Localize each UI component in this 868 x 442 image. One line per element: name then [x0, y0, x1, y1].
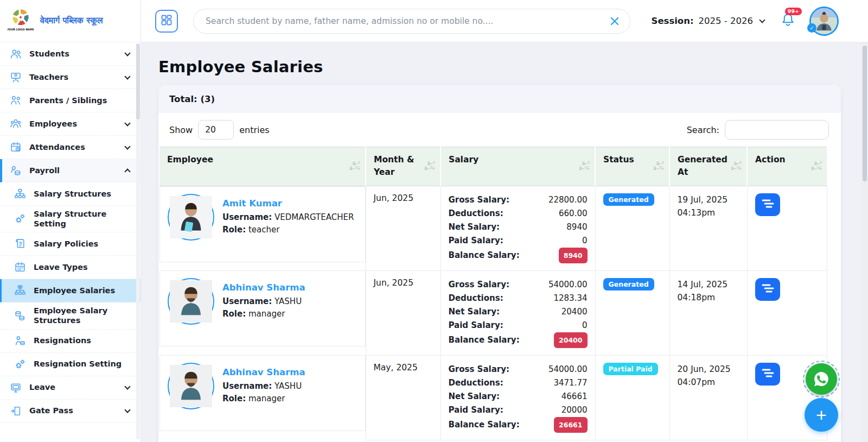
table-row: Amit Kumar Username: VEDMARGTEACHER Role… — [159, 186, 827, 270]
paid-value: 20000 — [561, 403, 588, 417]
sidebar-item-label: Employee Salary Structures — [34, 306, 130, 325]
sort-icon: â–²â–¼ — [424, 161, 435, 171]
sidebar-item-label: Resignations — [34, 336, 91, 345]
username-value: YASHU — [275, 381, 302, 391]
role-label: Role: — [222, 309, 246, 319]
page-scrollbar[interactable] — [861, 42, 868, 442]
username-value: YASHU — [275, 296, 302, 306]
entries-label: entries — [239, 125, 269, 135]
entries-input[interactable] — [198, 120, 234, 140]
sidebar-item-salary-policies[interactable]: Salary Policies — [0, 232, 141, 256]
sidebar-item-label: Salary Structures — [34, 189, 111, 199]
column-header-generated-at[interactable]: Generated Atâ–²â–¼ — [669, 147, 747, 186]
sidebar-item-label: Parents / Siblings — [29, 96, 107, 105]
attendances-icon — [10, 141, 22, 153]
sidebar-item-resignation-setting[interactable]: Resignation Setting — [0, 353, 141, 376]
payroll-icon — [10, 165, 22, 176]
add-button[interactable]: + — [805, 398, 838, 432]
sidebar-item-payroll[interactable]: Payroll — [0, 159, 141, 182]
column-header-salary[interactable]: Salaryâ–²â–¼ — [441, 147, 595, 186]
whatsapp-icon — [806, 363, 837, 395]
role-value: manager — [248, 309, 285, 319]
username-label: Username: — [222, 381, 272, 391]
sidebar-item-students[interactable]: Students — [0, 42, 141, 66]
sidebar: YOUR LOGO NAME वेदमार्ग पब्लिक स्कूल Stu… — [0, 0, 141, 442]
employee-name-link[interactable]: Amit Kumar — [222, 198, 282, 209]
list-lines-icon — [761, 198, 775, 211]
sidebar-item-leave-types[interactable]: Leave Types — [0, 256, 141, 279]
salary-actions-button[interactable] — [755, 193, 780, 216]
clear-search-icon[interactable] — [609, 15, 621, 27]
table-row: Abhinav Sharma Username: YASHU Role: man… — [159, 270, 827, 355]
status-badge: Generated — [603, 193, 654, 206]
salary-structures-icon — [14, 188, 26, 200]
notifications-button[interactable]: 99+ — [781, 12, 795, 29]
column-label: Salary — [449, 155, 478, 165]
balance-badge: 8940 — [559, 248, 588, 263]
employee-salary-structures-icon — [14, 310, 26, 321]
column-header-action[interactable]: Actionâ–²â–¼ — [747, 147, 827, 186]
salary-cell: Gross Salary:54000.00 Deductions:1283.34… — [441, 270, 595, 355]
column-label: Month & Year — [374, 155, 414, 177]
total-count-bar: Total: (3) — [158, 85, 841, 113]
sidebar-item-employee-salaries[interactable]: Employee Salaries — [0, 279, 141, 302]
column-label: Generated At — [678, 155, 727, 177]
chevron-down-icon — [124, 73, 130, 79]
salary-actions-button[interactable] — [755, 278, 780, 301]
employee-salaries-icon — [14, 285, 26, 296]
list-lines-icon — [761, 282, 775, 296]
employee-salaries-card: Total: (3) Show entries Search: Employee… — [158, 85, 841, 442]
sidebar-item-label: Attendances — [29, 142, 85, 152]
session-value: 2025 - 2026 — [699, 16, 753, 26]
sidebar-item-leave[interactable]: Leave — [0, 376, 141, 400]
sidebar-item-label: Gate Pass — [29, 406, 73, 415]
sort-icon: â–²â–¼ — [349, 161, 360, 171]
employee-avatar[interactable] — [168, 278, 214, 325]
salary-cell: Gross Salary:54000.00 Deductions:3471.77… — [441, 355, 595, 440]
sidebar-item-attendances[interactable]: Attendances — [0, 136, 141, 159]
sidebar-item-employee-salary-structures[interactable]: Employee Salary Structures — [0, 302, 141, 329]
apps-grid-button[interactable] — [155, 10, 178, 33]
status-badge: Partial Paid — [603, 363, 658, 375]
chevron-down-icon — [124, 407, 130, 413]
salary-cell: Gross Salary:22800.00 Deductions:660.00 … — [441, 186, 595, 270]
sidebar-item-salary-structure-setting[interactable]: Salary Structure Setting — [0, 206, 141, 232]
table-search-input[interactable] — [725, 120, 829, 140]
column-header-status[interactable]: Statusâ–²â–¼ — [595, 147, 669, 186]
net-value: 20400 — [561, 305, 588, 319]
table-controls: Show entries Search: — [158, 113, 841, 147]
role-label: Role: — [222, 225, 246, 235]
sidebar-item-teachers[interactable]: Teachers — [0, 66, 141, 89]
sidebar-scrollbar[interactable] — [136, 43, 140, 440]
sidebar-item-label: Teachers — [29, 72, 68, 82]
paid-value: 0 — [582, 234, 588, 248]
column-header-month-year[interactable]: Month & Yearâ–²â–¼ — [366, 147, 441, 186]
global-search-input[interactable] — [193, 9, 630, 34]
column-label: Employee — [167, 155, 213, 165]
teachers-icon — [10, 71, 22, 83]
whatsapp-button[interactable] — [803, 361, 840, 397]
employee-avatar[interactable] — [168, 194, 214, 241]
column-header-employee[interactable]: Employeeâ–²â–¼ — [159, 147, 366, 186]
employee-name-link[interactable]: Abhinav Sharma — [222, 282, 305, 293]
sidebar-item-gate-pass[interactable]: Gate Pass — [0, 400, 141, 423]
username-label: Username: — [222, 212, 272, 222]
sidebar-item-employees[interactable]: Employees — [0, 112, 141, 136]
session-selector[interactable]: Session: 2025 - 2026 — [652, 16, 765, 26]
chevron-up-icon — [124, 168, 130, 174]
employee-name-link[interactable]: Abhinav Sharma — [222, 367, 305, 377]
chevron-down-icon — [124, 120, 130, 126]
salary-actions-button[interactable] — [755, 363, 780, 386]
sidebar-item-salary-structures[interactable]: Salary Structures — [0, 182, 141, 206]
sidebar-item-label: Salary Policies — [34, 239, 98, 249]
apps-grid-icon — [161, 14, 173, 28]
generated-at-cell: 19 Jul, 202504:13pm — [669, 186, 747, 270]
sidebar-item-label: Leave Types — [34, 262, 88, 272]
month-year-cell: Jun, 2025 — [366, 186, 441, 270]
column-label: Action — [755, 155, 786, 165]
user-avatar[interactable]: ✓ — [809, 7, 839, 36]
employee-avatar[interactable] — [168, 363, 214, 409]
generated-at-cell: 14 Jul, 202504:18pm — [669, 270, 747, 355]
sidebar-item-resignations[interactable]: Resignations — [0, 330, 141, 353]
sidebar-item-parents-siblings[interactable]: Parents / Siblings — [0, 89, 141, 112]
